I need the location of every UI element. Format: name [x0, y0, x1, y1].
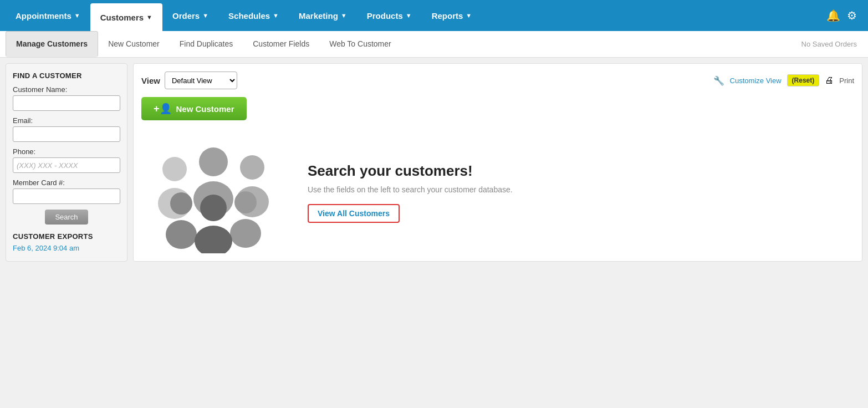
- nav-products[interactable]: Products ▼: [357, 0, 422, 31]
- nav-marketing[interactable]: Marketing ▼: [289, 0, 357, 31]
- customer-name-label: Customer Name:: [13, 85, 120, 94]
- customers-arrow: ▼: [146, 14, 152, 21]
- svg-point-10: [200, 195, 227, 221]
- subnav-manage-customers[interactable]: Manage Customers: [6, 31, 98, 57]
- svg-point-7: [166, 220, 197, 249]
- customer-name-input[interactable]: [13, 95, 120, 111]
- subnav-web-to-customer[interactable]: Web To Customer: [319, 31, 401, 57]
- nav-orders[interactable]: Orders ▼: [162, 0, 218, 31]
- search-heading: Search your customers!: [308, 162, 854, 180]
- right-content: View Default View Customize View (Reset)…: [133, 63, 862, 262]
- view-bar: View Default View Customize View (Reset)…: [141, 72, 854, 89]
- orders-arrow: ▼: [202, 12, 208, 19]
- member-card-label: Member Card #:: [13, 178, 120, 187]
- search-message: Search your customers! Use the fields on…: [308, 162, 854, 223]
- find-customer-title: FIND A CUSTOMER: [13, 72, 120, 80]
- svg-point-9: [230, 219, 261, 248]
- print-button[interactable]: Print: [839, 76, 854, 85]
- svg-point-8: [234, 191, 257, 213]
- reports-arrow: ▼: [466, 12, 472, 19]
- phone-label: Phone:: [13, 147, 120, 156]
- export-link[interactable]: Feb 6, 2024 9:04 am: [13, 244, 120, 252]
- wrench-icon: [713, 75, 724, 86]
- view-label: View: [141, 76, 160, 85]
- sub-nav: Manage Customers New Customer Find Dupli…: [0, 31, 868, 58]
- view-actions: Customize View (Reset) Print: [713, 74, 854, 86]
- left-sidebar: FIND A CUSTOMER Customer Name: Email: Ph…: [6, 63, 127, 262]
- exports-title: CUSTOMER EXPORTS: [13, 232, 120, 241]
- nav-schedules[interactable]: Schedules ▼: [218, 0, 289, 31]
- no-saved-orders: No Saved Orders: [801, 40, 862, 48]
- schedules-arrow: ▼: [273, 12, 279, 19]
- view-select[interactable]: Default View: [165, 72, 237, 89]
- search-subtext: Use the fields on the left to search you…: [308, 185, 854, 194]
- svg-point-6: [170, 192, 192, 215]
- svg-point-0: [162, 157, 187, 181]
- view-all-customers-button[interactable]: View All Customers: [308, 204, 400, 223]
- reset-button[interactable]: (Reset): [787, 74, 820, 86]
- customers-illustration: [141, 131, 285, 253]
- appointments-arrow: ▼: [74, 12, 80, 19]
- search-area: Search your customers! Use the fields on…: [141, 131, 854, 253]
- customize-view-link[interactable]: Customize View: [730, 76, 782, 85]
- email-label: Email:: [13, 116, 120, 125]
- marketing-arrow: ▼: [341, 12, 347, 19]
- nav-customers[interactable]: Customers ▼: [90, 3, 162, 31]
- bell-icon[interactable]: [826, 8, 840, 23]
- search-button[interactable]: Search: [45, 210, 88, 225]
- printer-icon: [825, 75, 834, 85]
- member-card-input[interactable]: [13, 188, 120, 204]
- subnav-customer-fields[interactable]: Customer Fields: [243, 31, 319, 57]
- main-content: FIND A CUSTOMER Customer Name: Email: Ph…: [0, 58, 868, 267]
- nav-appointments[interactable]: Appointments ▼: [6, 0, 90, 31]
- nav-reports[interactable]: Reports ▼: [422, 0, 482, 31]
- top-nav: Appointments ▼ Customers ▼ Orders ▼ Sche…: [0, 0, 868, 31]
- gear-icon[interactable]: [847, 8, 857, 23]
- svg-point-11: [195, 226, 232, 253]
- products-arrow: ▼: [406, 12, 412, 19]
- subnav-new-customer[interactable]: New Customer: [98, 31, 170, 57]
- phone-input[interactable]: [13, 157, 120, 173]
- new-customer-button[interactable]: +👤 New Customer: [141, 97, 247, 120]
- add-person-icon: +👤: [154, 103, 172, 115]
- exports-section: CUSTOMER EXPORTS Feb 6, 2024 9:04 am: [13, 232, 120, 252]
- svg-point-2: [240, 155, 264, 180]
- subnav-find-duplicates[interactable]: Find Duplicates: [170, 31, 243, 57]
- svg-point-4: [199, 147, 228, 176]
- email-input[interactable]: [13, 126, 120, 142]
